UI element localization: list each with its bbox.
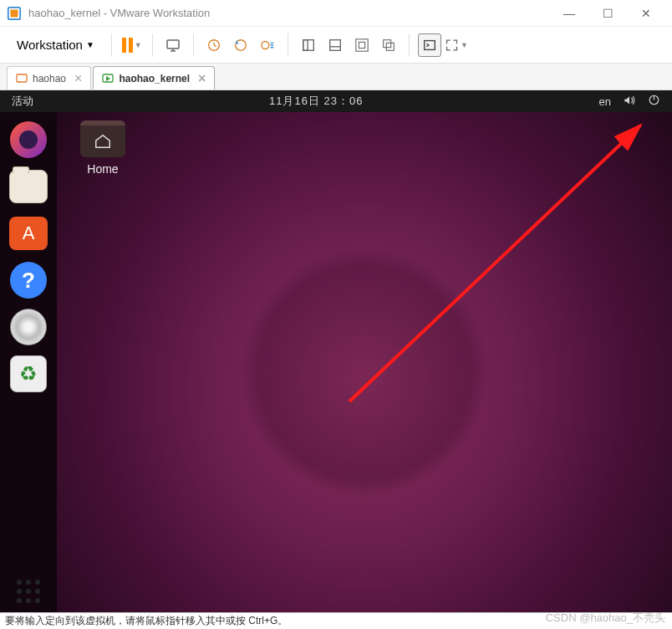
clock-icon xyxy=(206,38,221,53)
folder-icon xyxy=(9,170,48,203)
fullscreen-icon xyxy=(445,38,459,53)
question-icon: ? xyxy=(10,262,47,299)
svg-rect-12 xyxy=(384,39,391,47)
disc-icon xyxy=(10,309,47,345)
ubuntu-desktop: A ? ♻ Home xyxy=(0,112,672,612)
layout-single-icon xyxy=(301,38,316,53)
input-language-indicator[interactable]: en xyxy=(599,95,611,108)
monitor-icon xyxy=(165,37,181,54)
window-title: haohao_kernel - VMware Workstation xyxy=(28,7,550,19)
ubuntu-top-bar: 活动 11月16日 23：06 en xyxy=(0,90,672,112)
stretch-guest-button[interactable] xyxy=(350,33,374,57)
ubuntu-dock: A ? ♻ xyxy=(0,112,57,612)
toolbar-separator xyxy=(152,33,153,57)
snapshot-manager-button[interactable] xyxy=(256,33,279,57)
svg-point-5 xyxy=(262,41,269,49)
dock-disc[interactable] xyxy=(8,306,49,348)
layout-split-icon xyxy=(328,38,343,53)
power-icon[interactable] xyxy=(648,94,660,109)
system-tray[interactable]: en xyxy=(599,94,660,110)
toolbar-separator xyxy=(409,33,410,57)
window-titlebar: haohao_kernel - VMware Workstation — ☐ ✕ xyxy=(0,0,672,27)
watermark-text: CSDN @haohao_不秃头 xyxy=(546,611,665,626)
dock-show-apps[interactable] xyxy=(8,570,49,612)
svg-rect-8 xyxy=(330,39,341,50)
dock-software[interactable]: A xyxy=(8,212,49,254)
vm-console[interactable]: 活动 11月16日 23：06 en A ? ♻ Home xyxy=(0,90,672,612)
svg-rect-10 xyxy=(356,38,368,50)
overlap-windows-icon xyxy=(381,38,396,53)
dock-trash[interactable]: ♻ xyxy=(8,353,49,395)
activities-button[interactable]: 活动 xyxy=(12,94,33,109)
caret-down-icon: ▼ xyxy=(461,41,468,49)
fullscreen-button[interactable]: ▼ xyxy=(445,33,468,57)
home-folder-icon xyxy=(80,120,125,157)
recycle-icon: ♻ xyxy=(10,355,47,392)
workstation-menu-label: Workstation xyxy=(17,38,83,52)
clock-back-icon xyxy=(233,38,248,53)
grid-icon xyxy=(10,573,47,610)
vm-running-tab-icon xyxy=(102,73,114,84)
pause-vm-button[interactable]: ▼ xyxy=(120,33,144,57)
vm-tabs: haohao × haohao_kernel × xyxy=(0,64,672,90)
volume-icon[interactable] xyxy=(623,94,636,110)
caret-down-icon: ▼ xyxy=(135,41,142,49)
svg-rect-11 xyxy=(359,42,364,48)
dock-firefox[interactable] xyxy=(8,119,49,161)
terminal-icon xyxy=(422,38,437,53)
vm-tab-icon xyxy=(16,73,28,84)
tab-haohao[interactable]: haohao × xyxy=(7,66,91,89)
tab-haohao-kernel[interactable]: haohao_kernel × xyxy=(93,66,215,89)
tab-label: haohao_kernel xyxy=(119,73,190,84)
firefox-icon xyxy=(10,121,47,158)
svg-rect-2 xyxy=(167,40,179,49)
clock-area[interactable]: 11月16日 23：06 xyxy=(33,94,599,109)
unity-mode-button[interactable] xyxy=(377,33,400,57)
caret-down-icon: ▼ xyxy=(86,40,94,49)
svg-rect-7 xyxy=(303,39,308,50)
maximize-button[interactable]: ☐ xyxy=(588,0,627,27)
dock-help[interactable]: ? xyxy=(8,259,49,301)
svg-rect-1 xyxy=(11,9,18,17)
status-hint: 要将输入定向到该虚拟机，请将鼠标指针移入其中或按 Ctrl+G。 xyxy=(5,614,288,628)
clock-list-icon xyxy=(260,38,275,53)
svg-rect-6 xyxy=(303,39,314,50)
revert-snapshot-button[interactable] xyxy=(229,33,252,57)
minimize-button[interactable]: — xyxy=(550,0,588,27)
workstation-menu[interactable]: Workstation ▼ xyxy=(8,33,103,57)
toolbar-separator xyxy=(111,33,112,57)
annotation-arrow xyxy=(324,109,672,427)
home-folder-desktop-icon[interactable]: Home xyxy=(80,120,125,176)
dock-files[interactable] xyxy=(8,166,49,207)
console-view-button[interactable] xyxy=(418,33,441,57)
fit-guest-icon xyxy=(354,38,369,53)
tab-label: haohao xyxy=(33,73,66,84)
snapshot-button[interactable] xyxy=(202,33,226,57)
toolbar-separator xyxy=(193,33,194,57)
shopping-bag-icon: A xyxy=(9,217,48,250)
close-icon[interactable]: × xyxy=(74,71,82,86)
close-button[interactable]: ✕ xyxy=(627,0,665,27)
home-folder-label: Home xyxy=(80,162,125,176)
toolbar-separator xyxy=(288,33,288,57)
desktop-wallpaper[interactable]: Home xyxy=(57,112,672,612)
pause-icon xyxy=(122,38,133,53)
send-ctrl-alt-del-button[interactable] xyxy=(161,33,185,57)
svg-line-19 xyxy=(349,125,640,401)
main-toolbar: Workstation ▼ ▼ ▼ xyxy=(0,27,672,64)
vmware-app-icon xyxy=(7,6,22,21)
svg-rect-15 xyxy=(17,74,27,82)
view-thumbnail-button[interactable] xyxy=(323,33,347,57)
svg-rect-13 xyxy=(386,43,394,50)
view-single-button[interactable] xyxy=(297,33,320,57)
close-icon[interactable]: × xyxy=(198,71,206,86)
